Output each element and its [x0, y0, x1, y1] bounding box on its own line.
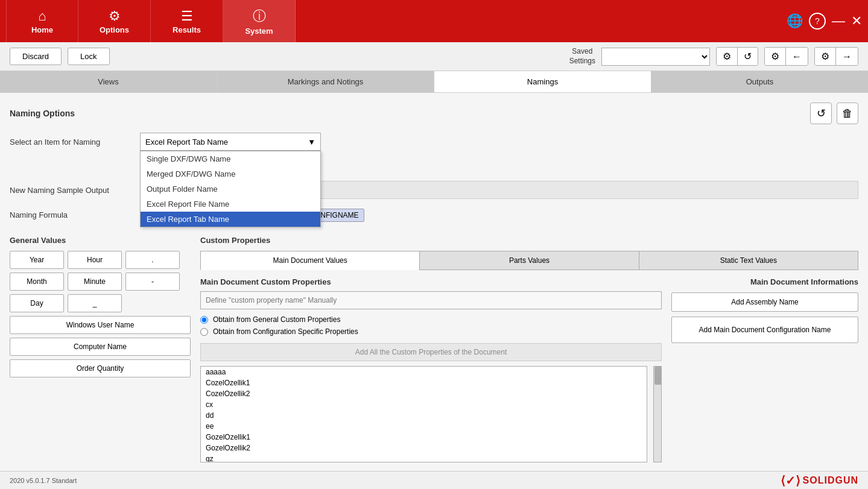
refresh-naming-btn[interactable]: ↺	[810, 103, 832, 124]
tab-markings[interactable]: Markings and Notings	[217, 71, 434, 92]
radio-general-row: Obtain from General Custom Properties	[200, 315, 662, 324]
help-button[interactable]: ?	[809, 13, 826, 30]
list-item[interactable]: GozelOzellik1	[201, 432, 647, 443]
nav-options-label: Options	[100, 25, 129, 34]
dash-btn[interactable]: -	[125, 273, 180, 291]
list-area-wrapper: aaaaaCozelOzellik1CozelOzellik2cxddeeGoz…	[200, 366, 662, 462]
select-naming-label: Select an Item for Naming	[10, 137, 130, 147]
add-assembly-btn[interactable]: Add Assembly Name	[671, 292, 858, 312]
toolbar: Discard Lock SavedSettings ⚙ ↺ ⚙ ← ⚙ →	[0, 42, 868, 71]
dot-btn[interactable]: .	[125, 251, 180, 269]
logo: ⟨✓⟩ SOLIDGUN	[781, 473, 858, 488]
general-values-panel: General Values Year Hour . Month Minute …	[10, 236, 191, 462]
formula-label: Naming Formula	[10, 210, 130, 219]
list-item[interactable]: aaaaa	[201, 367, 647, 377]
list-scrollbar[interactable]	[653, 366, 662, 462]
custom-properties-title: Custom Properties	[200, 236, 858, 245]
day-btn[interactable]: Day	[10, 294, 64, 312]
add-config-btn[interactable]: Add Main Document Configuration Name	[671, 317, 858, 343]
add-all-btn[interactable]: Add All the Custom Properties of the Doc…	[200, 343, 662, 361]
dropdown-item-merged-dxf[interactable]: Merged DXF/DWG Name	[141, 166, 320, 181]
sub-tab-parts[interactable]: Parts Values	[419, 251, 638, 270]
logo-text: SOLIDGUN	[803, 475, 858, 486]
dropdown-item-single-dxf[interactable]: Single DXF/DWG Name	[141, 151, 320, 166]
formula-row: Naming Formula Update formula ASMNAME _ …	[10, 206, 858, 224]
dropdown-item-output-folder[interactable]: Output Folder Name	[141, 181, 320, 197]
lock-button[interactable]: Lock	[68, 48, 109, 65]
main-doc-custom-title: Main Document Custom Properties	[200, 277, 662, 286]
back-btn[interactable]: ←	[786, 48, 808, 65]
naming-dropdown[interactable]: Excel Report Tab Name ▼	[140, 133, 321, 151]
naming-dropdown-popup: Single DXF/DWG Name Merged DXF/DWG Name …	[140, 151, 321, 227]
nav-options[interactable]: ⚙ Options	[78, 0, 151, 42]
discard-button[interactable]: Discard	[10, 48, 62, 65]
tab-outputs[interactable]: Outputs	[651, 71, 868, 92]
reload-btn[interactable]: ↺	[738, 48, 758, 65]
settings-btn-1[interactable]: ⚙	[717, 48, 738, 65]
info-panel: Main Document Informations Add Assembly …	[671, 277, 858, 462]
globe-button[interactable]: 🌐	[787, 14, 803, 28]
sub-tab-static[interactable]: Static Text Values	[639, 251, 858, 270]
order-qty-btn[interactable]: Order Quantity	[10, 359, 191, 377]
nav-system[interactable]: ⓘ System	[223, 0, 296, 42]
list-item[interactable]: CozelOzellik2	[201, 388, 647, 399]
radio-config-row: Obtain from Configuration Specific Prope…	[200, 327, 662, 336]
nav-results[interactable]: ☰ Results	[151, 0, 223, 42]
navbar-right: 🌐 ? — ✕	[787, 13, 862, 30]
nav-home[interactable]: ⌂ Home	[6, 0, 78, 42]
custom-properties-panel: Custom Properties Main Document Values P…	[200, 236, 858, 462]
define-input[interactable]	[200, 291, 662, 309]
tab-namings[interactable]: Namings	[434, 71, 651, 92]
saved-settings-label: SavedSettings	[569, 47, 595, 66]
underscore-btn[interactable]: _	[68, 294, 122, 312]
main-tabs: Views Markings and Notings Namings Outpu…	[0, 71, 868, 93]
dropdown-item-excel-tab[interactable]: Excel Report Tab Name	[141, 212, 320, 227]
dropdown-arrow-icon: ▼	[308, 137, 315, 147]
results-icon: ☰	[181, 8, 193, 24]
options-icon: ⚙	[109, 8, 121, 24]
delete-naming-btn[interactable]: 🗑	[837, 103, 858, 124]
month-btn[interactable]: Month	[10, 273, 64, 291]
close-button[interactable]: ✕	[851, 14, 862, 28]
minute-btn[interactable]: Minute	[68, 273, 122, 291]
list-item[interactable]: dd	[201, 410, 647, 421]
forward-btn[interactable]: →	[836, 48, 858, 65]
settings-group-3: ⚙ →	[814, 47, 858, 66]
define-row	[200, 291, 662, 309]
sub-tabs: Main Document Values Parts Values Static…	[200, 251, 858, 270]
naming-options-actions: ↺ 🗑	[810, 103, 858, 124]
footer: 2020 v5.0.1.7 Standart ⟨✓⟩ SOLIDGUN	[0, 471, 868, 489]
list-item[interactable]: ee	[201, 421, 647, 432]
value-grid: Year Hour . Month Minute - Day _	[10, 251, 191, 312]
nav-system-label: System	[245, 27, 273, 36]
computer-name-btn[interactable]: Computer Name	[10, 338, 191, 356]
radio-general[interactable]	[200, 316, 208, 324]
list-item[interactable]: cx	[201, 399, 647, 410]
saved-settings-dropdown[interactable]	[601, 48, 710, 66]
naming-dropdown-wrapper: Excel Report Tab Name ▼ Single DXF/DWG N…	[140, 133, 321, 151]
settings-group-2: ⚙ ←	[764, 47, 808, 66]
list-item[interactable]: GozelOzellik2	[201, 443, 647, 453]
settings-group-1: ⚙ ↺	[716, 47, 758, 66]
navbar: ⌂ Home ⚙ Options ☰ Results ⓘ System 🌐 ? …	[0, 0, 868, 42]
settings-btn-3[interactable]: ⚙	[815, 48, 836, 65]
custom-props-left: Main Document Custom Properties Obtain f…	[200, 277, 662, 462]
sub-tab-main-doc[interactable]: Main Document Values	[200, 251, 419, 270]
list-item[interactable]: CozelOzellik1	[201, 377, 647, 388]
windows-user-btn[interactable]: Windows User Name	[10, 316, 191, 334]
radio-config[interactable]	[200, 328, 208, 336]
tab-views[interactable]: Views	[0, 71, 217, 92]
nav-results-label: Results	[173, 25, 201, 34]
year-btn[interactable]: Year	[10, 251, 64, 269]
hour-btn[interactable]: Hour	[68, 251, 122, 269]
list-item[interactable]: gz	[201, 453, 647, 462]
general-values-title: General Values	[10, 236, 191, 245]
settings-btn-2[interactable]: ⚙	[765, 48, 786, 65]
sample-output-row: New Naming Sample Output me	[10, 181, 858, 199]
custom-properties-list[interactable]: aaaaaCozelOzellik1CozelOzellik2cxddeeGoz…	[200, 366, 647, 462]
sample-output-label: New Naming Sample Output	[10, 186, 130, 195]
dropdown-item-excel-file[interactable]: Excel Report File Name	[141, 197, 320, 212]
radio-config-label: Obtain from Configuration Specific Prope…	[213, 327, 358, 336]
nav-home-label: Home	[31, 25, 53, 34]
minimize-button[interactable]: —	[832, 14, 845, 28]
